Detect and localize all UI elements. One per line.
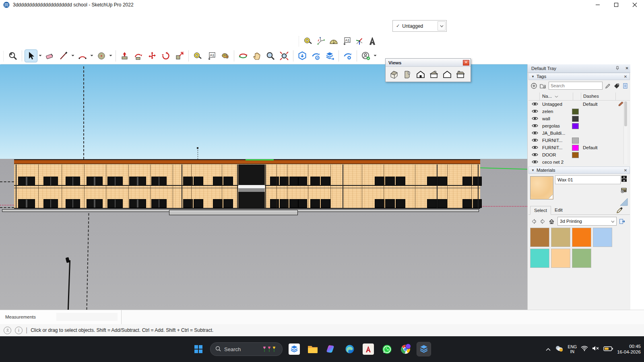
materials-close-icon[interactable]: ✕: [623, 168, 628, 173]
visibility-eye-icon[interactable]: [532, 123, 538, 129]
toolbar-grip[interactable]: [298, 36, 300, 46]
tag-row[interactable]: wall: [528, 115, 630, 122]
tag-name[interactable]: Untagged: [542, 102, 571, 107]
tag-name[interactable]: DOOR: [542, 152, 571, 157]
protractor-icon[interactable]: [328, 35, 339, 47]
materials-collection-combobox[interactable]: 3d Printing: [557, 217, 617, 226]
tag-row[interactable]: Untagged Default: [528, 101, 630, 108]
rotate-icon[interactable]: [160, 50, 172, 62]
material-swatch[interactable]: [572, 249, 591, 268]
tag-icon[interactable]: [613, 82, 620, 89]
visibility-eye-icon[interactable]: [532, 109, 538, 114]
tags-search-input[interactable]: [549, 82, 603, 90]
create-material-icon[interactable]: [620, 186, 627, 194]
tray-chevron-icon[interactable]: [546, 346, 551, 353]
help-icon[interactable]: i: [15, 327, 23, 334]
taskbar-app-autocad[interactable]: [361, 342, 375, 356]
tag-details-icon[interactable]: [622, 82, 629, 89]
visibility-eye-icon[interactable]: [532, 145, 538, 150]
tags-section-header[interactable]: ▼ Tags ✕: [528, 73, 630, 80]
tag-color-swatch[interactable]: [572, 138, 579, 144]
minimize-button[interactable]: [588, 0, 607, 10]
warehouse-download-icon[interactable]: [296, 50, 308, 62]
view-back-button[interactable]: [442, 69, 452, 80]
tag-color-swatch[interactable]: [572, 145, 579, 151]
forward-arrow-icon[interactable]: [539, 218, 546, 225]
back-arrow-icon[interactable]: [530, 218, 537, 225]
tag-name[interactable]: FURNIT...: [542, 145, 571, 150]
toolbar-grip[interactable]: [2, 51, 4, 61]
tray-close-icon[interactable]: ✕: [625, 66, 629, 71]
arc-icon[interactable]: [76, 50, 89, 62]
share-component-icon[interactable]: [324, 50, 336, 62]
tags-close-icon[interactable]: ✕: [623, 74, 628, 79]
tag-row[interactable]: ceco net 2: [528, 158, 630, 164]
taskbar-app-edge[interactable]: [343, 342, 357, 356]
maximize-button[interactable]: [607, 0, 625, 10]
material-swatch[interactable]: [530, 228, 549, 247]
collapse-arrow-icon[interactable]: ▼: [531, 169, 535, 172]
visibility-eye-icon[interactable]: [532, 116, 538, 121]
tag-color-swatch[interactable]: [572, 123, 579, 129]
follow-me-icon[interactable]: [132, 50, 144, 62]
taskbar-app-chrome[interactable]: [398, 342, 412, 356]
weather-icon[interactable]: !: [555, 345, 564, 354]
tag-color-swatch[interactable]: [572, 152, 579, 158]
scale-icon[interactable]: [173, 50, 186, 62]
text-icon[interactable]: A1: [205, 50, 217, 62]
tag-color-swatch[interactable]: [572, 116, 579, 122]
start-button[interactable]: [192, 342, 205, 356]
volume-muted-icon[interactable]: [592, 346, 599, 353]
material-swatch[interactable]: [593, 228, 612, 247]
shapes-icon[interactable]: [95, 50, 107, 62]
dashes-column-header[interactable]: Dashes: [583, 94, 599, 99]
dropdown-caret-icon[interactable]: [70, 50, 75, 62]
material-swatch[interactable]: [551, 228, 570, 247]
add-tag-icon[interactable]: [530, 82, 537, 89]
dimension-icon[interactable]: [354, 35, 365, 47]
taskbar-app-file-explorer[interactable]: [306, 342, 320, 356]
material-name-field[interactable]: Wax 01: [555, 175, 621, 184]
tag-row[interactable]: pergolas: [528, 122, 630, 130]
push-pull-icon[interactable]: [119, 50, 131, 62]
taskbar-search[interactable]: Search: [210, 342, 283, 356]
tape-measure-icon[interactable]: [192, 50, 204, 62]
edit-pencil-icon[interactable]: [618, 101, 624, 107]
wifi-icon[interactable]: [581, 346, 588, 353]
taskbar-app-sketchup[interactable]: [287, 342, 301, 356]
display-secondary-pane-icon[interactable]: [621, 175, 627, 183]
zoom-icon[interactable]: [264, 50, 277, 62]
tag-row[interactable]: zelen: [528, 108, 630, 115]
tag-name[interactable]: pergolas: [542, 123, 571, 128]
tag-row[interactable]: DOOR: [528, 151, 630, 158]
material-swatch[interactable]: [551, 249, 570, 268]
account-icon[interactable]: [360, 50, 372, 62]
zoom-window-icon[interactable]: [7, 50, 19, 62]
pin-icon[interactable]: [615, 66, 619, 71]
tag-name[interactable]: wall: [542, 116, 571, 121]
clock[interactable]: 00:45 16-04-2026: [617, 343, 641, 355]
tag-row[interactable]: JA_Buildi...: [528, 130, 630, 137]
axes-icon[interactable]: [315, 35, 326, 47]
materials-section-header[interactable]: ▼ Materials ✕: [528, 167, 630, 174]
move-icon[interactable]: [146, 50, 158, 62]
views-close-button[interactable]: ✕: [463, 60, 469, 66]
name-column-header[interactable]: Na...: [542, 94, 558, 99]
tag-color-swatch[interactable]: [572, 109, 579, 115]
tag-row[interactable]: FURNIT...: [528, 137, 630, 144]
dash-style-value[interactable]: Default: [583, 102, 597, 107]
dropdown-caret-icon[interactable]: [373, 50, 377, 62]
dropdown-caret-icon[interactable]: [38, 50, 42, 62]
material-swatch[interactable]: [530, 249, 549, 268]
visibility-eye-icon[interactable]: [532, 131, 538, 136]
share-model-icon[interactable]: [310, 50, 322, 62]
add-tag-folder-icon[interactable]: [539, 82, 546, 89]
material-preview-thumbnail[interactable]: [530, 176, 553, 200]
view-iso-button[interactable]: [389, 69, 399, 80]
eraser-icon[interactable]: [44, 50, 56, 62]
material-swatch[interactable]: [572, 228, 591, 247]
select-icon[interactable]: [25, 50, 37, 62]
orbit-icon[interactable]: [237, 50, 249, 62]
dropdown-caret-icon[interactable]: [108, 50, 113, 62]
paint-bucket-icon[interactable]: [219, 50, 231, 62]
